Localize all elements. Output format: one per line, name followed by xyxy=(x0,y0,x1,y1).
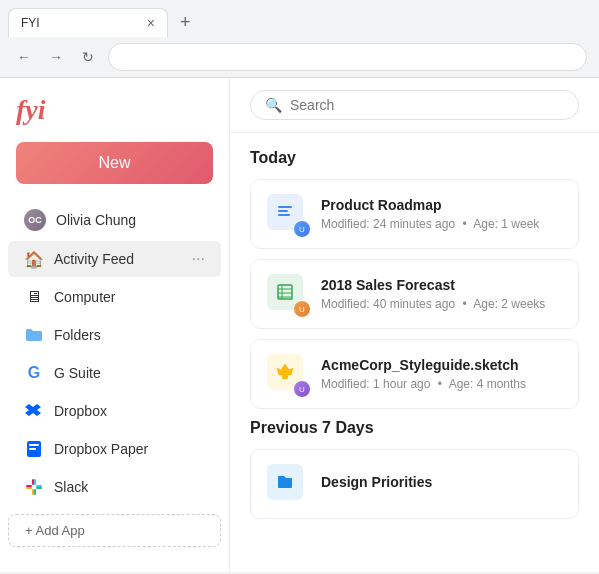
add-app-label: + Add App xyxy=(25,523,85,538)
tab-bar: FYI × + xyxy=(0,0,599,37)
doc-icon-wrap: U xyxy=(267,274,307,314)
computer-icon: 🖥 xyxy=(24,287,44,307)
doc-meta: Modified: 40 minutes ago • Age: 2 weeks xyxy=(321,297,562,311)
doc-modified: Modified: 1 hour ago xyxy=(321,377,430,391)
svg-rect-8 xyxy=(26,487,32,489)
sidebar-item-label: Activity Feed xyxy=(54,251,134,267)
doc-name: Product Roadmap xyxy=(321,197,562,213)
doc-info: Design Priorities xyxy=(321,474,562,494)
doc-meta: Modified: 1 hour ago • Age: 4 months xyxy=(321,377,562,391)
search-input[interactable] xyxy=(290,97,564,113)
tab-title: FYI xyxy=(21,16,40,30)
app-logo: fyi xyxy=(0,94,229,142)
forward-button[interactable]: → xyxy=(44,45,68,69)
home-icon: 🏠 xyxy=(24,249,44,269)
slack-icon xyxy=(24,477,44,497)
nav-bar: ← → ↻ xyxy=(0,37,599,77)
app-container: fyi New OC Olivia Chung 🏠 Activity Feed … xyxy=(0,78,599,572)
svg-rect-14 xyxy=(278,214,290,216)
active-tab[interactable]: FYI × xyxy=(8,8,168,37)
feed-content: Today U Product Roadmap xyxy=(230,133,599,545)
doc-card-design-priorities[interactable]: Design Priorities xyxy=(250,449,579,519)
browser-chrome: FYI × + ← → ↻ xyxy=(0,0,599,78)
sidebar-item-gsuite[interactable]: G G Suite xyxy=(8,355,221,391)
sidebar-item-slack[interactable]: Slack xyxy=(8,469,221,505)
sidebar-item-label: Folders xyxy=(54,327,101,343)
doc-meta: Modified: 24 minutes ago • Age: 1 week xyxy=(321,217,562,231)
svg-rect-9 xyxy=(34,479,36,485)
doc-name: 2018 Sales Forecast xyxy=(321,277,562,293)
dot: • xyxy=(438,377,442,391)
svg-rect-4 xyxy=(32,479,34,485)
doc-info: AcmeCorp_Styleguide.sketch Modified: 1 h… xyxy=(321,357,562,391)
svg-rect-23 xyxy=(282,375,288,379)
search-icon: 🔍 xyxy=(265,97,282,113)
svg-rect-7 xyxy=(32,489,34,495)
svg-rect-13 xyxy=(278,210,288,212)
doc-icon-design-priorities xyxy=(267,464,303,500)
svg-rect-1 xyxy=(29,444,39,446)
sidebar-item-user[interactable]: OC Olivia Chung xyxy=(8,201,221,239)
doc-name: AcmeCorp_Styleguide.sketch xyxy=(321,357,562,373)
dropbox-icon xyxy=(24,401,44,421)
doc-age: Age: 4 months xyxy=(449,377,526,391)
doc-icon-wrap: U xyxy=(267,194,307,234)
doc-card-styleguide[interactable]: U AcmeCorp_Styleguide.sketch Modified: 1… xyxy=(250,339,579,409)
dot: • xyxy=(462,217,466,231)
doc-age: Age: 1 week xyxy=(473,217,539,231)
doc-avatar-1: U xyxy=(293,220,311,238)
user-avatar: OC xyxy=(24,209,46,231)
folder-icon xyxy=(24,325,44,345)
doc-card-product-roadmap[interactable]: U Product Roadmap Modified: 24 minutes a… xyxy=(250,179,579,249)
sidebar-item-label: Slack xyxy=(54,479,88,495)
add-app-button[interactable]: + Add App xyxy=(8,514,221,547)
doc-info: Product Roadmap Modified: 24 minutes ago… xyxy=(321,197,562,231)
more-button[interactable]: ··· xyxy=(192,250,205,268)
sidebar-item-dropbox-paper[interactable]: Dropbox Paper xyxy=(8,431,221,467)
tab-close-button[interactable]: × xyxy=(147,15,155,31)
gsuite-icon: G xyxy=(24,363,44,383)
section-previous-title: Previous 7 Days xyxy=(250,419,579,437)
svg-rect-6 xyxy=(34,489,36,495)
back-button[interactable]: ← xyxy=(12,45,36,69)
svg-rect-12 xyxy=(278,206,292,208)
reload-button[interactable]: ↻ xyxy=(76,45,100,69)
doc-modified: Modified: 24 minutes ago xyxy=(321,217,455,231)
doc-age: Age: 2 weeks xyxy=(473,297,545,311)
doc-icon-wrap xyxy=(267,464,307,504)
doc-card-sales-forecast[interactable]: U 2018 Sales Forecast Modified: 40 minut… xyxy=(250,259,579,329)
doc-info: 2018 Sales Forecast Modified: 40 minutes… xyxy=(321,277,562,311)
doc-icon-wrap: U xyxy=(267,354,307,394)
user-name: Olivia Chung xyxy=(56,212,136,228)
svg-rect-5 xyxy=(36,487,42,489)
doc-modified: Modified: 40 minutes ago xyxy=(321,297,455,311)
sidebar-item-dropbox[interactable]: Dropbox xyxy=(8,393,221,429)
search-bar-container: 🔍 xyxy=(230,78,599,133)
sidebar-item-computer[interactable]: 🖥 Computer xyxy=(8,279,221,315)
sidebar-item-label: G Suite xyxy=(54,365,101,381)
svg-rect-3 xyxy=(26,485,32,487)
sidebar-item-label: Dropbox Paper xyxy=(54,441,148,457)
sidebar-item-activity-feed[interactable]: 🏠 Activity Feed ··· xyxy=(8,241,221,277)
dropbox-paper-icon xyxy=(24,439,44,459)
sidebar-item-label: Computer xyxy=(54,289,115,305)
sidebar: fyi New OC Olivia Chung 🏠 Activity Feed … xyxy=(0,78,230,572)
section-today-title: Today xyxy=(250,149,579,167)
doc-name: Design Priorities xyxy=(321,474,562,490)
svg-rect-10 xyxy=(36,485,42,487)
search-bar: 🔍 xyxy=(250,90,579,120)
address-bar[interactable] xyxy=(108,43,587,71)
sidebar-item-folders[interactable]: Folders xyxy=(8,317,221,353)
main-content: 🔍 Today U xyxy=(230,78,599,572)
doc-avatar-3: U xyxy=(293,380,311,398)
new-button[interactable]: New xyxy=(16,142,213,184)
svg-rect-2 xyxy=(29,448,36,450)
dot: • xyxy=(462,297,466,311)
doc-avatar-2: U xyxy=(293,300,311,318)
new-tab-button[interactable]: + xyxy=(172,8,199,37)
sidebar-item-label: Dropbox xyxy=(54,403,107,419)
